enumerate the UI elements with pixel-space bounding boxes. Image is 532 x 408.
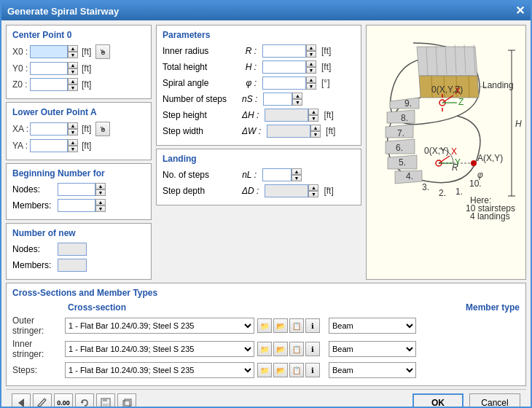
ya-input-group: 0.00 ▲ ▼ — [30, 139, 78, 152]
outer-stringer-member-select[interactable]: Beam — [329, 318, 416, 334]
bn-members-input[interactable]: 62 — [58, 199, 95, 212]
z0-down[interactable]: ▼ — [68, 85, 78, 91]
inner-radius-up[interactable]: ▲ — [306, 44, 316, 51]
step-height-row: Step height ΔH : 0.57 ▲ ▼ [ft] — [163, 109, 355, 122]
toolbar-btn-6[interactable] — [117, 393, 136, 407]
x0-down[interactable]: ▼ — [68, 52, 78, 58]
svg-text:7.: 7. — [397, 128, 404, 138]
step-width-down[interactable]: ▼ — [310, 131, 321, 138]
steps-folder-btn[interactable]: 📂 — [273, 363, 288, 377]
xa-down[interactable]: ▼ — [68, 129, 78, 136]
xa-input[interactable]: 9.84 — [30, 122, 68, 136]
z0-label: Z0 : — [12, 79, 28, 90]
bn-nodes-down[interactable]: ▼ — [95, 189, 106, 196]
bn-members-up[interactable]: ▲ — [95, 199, 106, 205]
steps-copy-btn[interactable]: 📋 — [289, 363, 304, 377]
spiral-angle-input[interactable]: 180.00 — [262, 76, 306, 90]
landing-num-steps-down[interactable]: ▼ — [292, 175, 302, 181]
step-height-up[interactable]: ▲ — [308, 109, 318, 115]
x0-label: X0 : — [12, 47, 28, 57]
ya-input[interactable]: 0.00 — [30, 139, 68, 152]
outer-stringer-copy-btn[interactable]: 📋 — [289, 318, 304, 333]
svg-text:4 landings: 4 landings — [470, 211, 510, 221]
steps-member-select[interactable]: Beam — [329, 362, 416, 378]
step-width-up[interactable]: ▲ — [310, 125, 321, 131]
inner-radius-input-group: 3.94 ▲ ▼ — [262, 44, 316, 58]
bn-members-down[interactable]: ▼ — [95, 205, 106, 212]
x0-input-group: 0.00 ▲ ▼ — [30, 45, 78, 58]
num-steps-input[interactable]: 24 — [263, 93, 292, 106]
cross-sections-title: Cross-Sections and Member Types — [12, 288, 520, 298]
x0-up[interactable]: ▲ — [68, 45, 78, 52]
outer-point-panel: Lower Outer Point A XA : 9.84 ▲ ▼ [ft] 🖱 — [6, 102, 152, 160]
xa-label: XA : — [12, 124, 28, 134]
y0-input-group: 0.00 ▲ ▼ — [30, 62, 78, 75]
z0-input[interactable]: 0.00 — [30, 78, 68, 91]
toolbar-btn-5[interactable] — [96, 393, 115, 407]
inner-stringer-info-btn[interactable]: ℹ — [305, 342, 320, 356]
spiral-angle-label: Spiral angle — [163, 78, 239, 88]
landing-num-steps-row: No. of steps nL : 4 ▲ ▼ — [163, 168, 355, 181]
step-height-input-group: 0.57 ▲ ▼ — [265, 109, 318, 122]
bn-nodes-up[interactable]: ▲ — [95, 183, 106, 189]
z0-up[interactable]: ▲ — [68, 78, 78, 85]
y0-row: Y0 : 0.00 ▲ ▼ [ft] — [12, 62, 145, 75]
toolbar-btn-2[interactable] — [33, 393, 52, 407]
outer-stringer-folder-btn[interactable]: 📂 — [273, 318, 288, 333]
total-height-input[interactable]: 13.78 — [262, 60, 306, 74]
total-height-down[interactable]: ▼ — [306, 67, 316, 74]
bn-nodes-input[interactable]: 43 — [58, 183, 95, 196]
landing-num-steps-up[interactable]: ▲ — [292, 168, 302, 175]
inner-stringer-member-select[interactable]: Beam — [329, 341, 416, 357]
outer-stringer-select[interactable]: 1 - Flat Bar 10.24/0.39; Steel S 235 — [65, 318, 254, 334]
y0-input[interactable]: 0.00 — [30, 62, 68, 75]
inner-stringer-select[interactable]: 1 - Flat Bar 10.24/0.39; Steel S 235 — [65, 341, 254, 357]
steps-info-btn[interactable]: ℹ — [305, 363, 320, 377]
svg-text:3.: 3. — [422, 182, 429, 192]
y0-down[interactable]: ▼ — [68, 68, 78, 75]
outer-stringer-info-btn[interactable]: ℹ — [305, 318, 320, 333]
landing-step-depth-spinners: ▲ ▼ — [308, 184, 318, 197]
landing-step-depth-down[interactable]: ▼ — [308, 191, 318, 197]
nn-members-input: 85 — [58, 259, 87, 272]
inner-stringer-folder-btn[interactable]: 📂 — [273, 342, 288, 356]
x0-input[interactable]: 0.00 — [30, 45, 68, 58]
svg-text:X: X — [451, 146, 457, 157]
step-height-down[interactable]: ▼ — [308, 115, 318, 122]
landing-num-steps-input[interactable]: 4 — [262, 168, 292, 181]
toolbar-btn-1[interactable] — [12, 393, 31, 407]
xa-up[interactable]: ▲ — [68, 122, 78, 129]
total-height-up[interactable]: ▲ — [306, 60, 316, 67]
step-height-input: 0.57 — [265, 109, 308, 122]
close-button[interactable]: ✕ — [515, 5, 525, 17]
cancel-button[interactable]: Cancel — [469, 393, 520, 407]
ok-button[interactable]: OK — [412, 393, 463, 407]
inner-radius-symbol: R : — [242, 46, 257, 56]
spiral-angle-up[interactable]: ▲ — [306, 76, 316, 83]
toolbar-btn-3[interactable]: 0.00 — [54, 393, 73, 407]
x0-unit: [ft] — [82, 47, 91, 57]
x0-row: X0 : 0.00 ▲ ▼ [ft] 🖱 — [12, 44, 145, 59]
outer-stringer-browse-btn[interactable]: 📁 — [257, 318, 272, 333]
y0-up[interactable]: ▲ — [68, 62, 78, 68]
svg-text:4.: 4. — [406, 171, 413, 181]
x0-pick-button[interactable]: 🖱 — [95, 44, 110, 59]
inner-stringer-copy-btn[interactable]: 📋 — [289, 342, 304, 356]
xa-pick-button[interactable]: 🖱 — [95, 122, 110, 136]
num-steps-down[interactable]: ▼ — [292, 99, 302, 106]
toolbar-btn-4[interactable] — [75, 393, 94, 407]
steps-browse-btn[interactable]: 📁 — [257, 363, 272, 377]
landing-step-depth-up[interactable]: ▲ — [308, 184, 318, 191]
bn-members-label: Members: — [12, 200, 56, 211]
ya-up[interactable]: ▲ — [68, 139, 78, 146]
landing-num-steps-label: No. of steps — [163, 170, 239, 180]
ya-down[interactable]: ▼ — [68, 146, 78, 152]
inner-radius-input[interactable]: 3.94 — [262, 44, 306, 58]
num-steps-up[interactable]: ▲ — [292, 93, 302, 99]
inner-stringer-browse-btn[interactable]: 📁 — [257, 342, 272, 356]
steps-select[interactable]: 1 - Flat Bar 10.24/0.39; Steel S 235 — [65, 362, 254, 378]
inner-radius-down[interactable]: ▼ — [306, 51, 316, 58]
total-height-label: Total height — [163, 62, 239, 72]
center-panels: Parameters Inner radius R : 3.94 ▲ ▼ [ft… — [156, 25, 361, 280]
spiral-angle-down[interactable]: ▼ — [306, 83, 316, 90]
